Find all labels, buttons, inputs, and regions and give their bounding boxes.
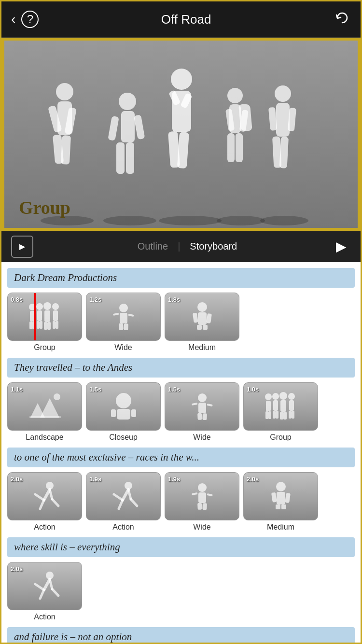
- svg-point-3: [217, 216, 265, 225]
- shot-item[interactable]: 1.0s Group: [243, 382, 318, 442]
- shot-row-0: 0.8s Group1.2s Wide1.8s: [7, 293, 355, 352]
- shot-item[interactable]: 1.9s Wide: [165, 472, 239, 532]
- svg-rect-110: [192, 492, 198, 495]
- svg-rect-76: [192, 403, 198, 406]
- svg-point-72: [198, 393, 207, 402]
- shot-icon-wide: [183, 391, 222, 422]
- svg-rect-87: [280, 400, 286, 412]
- svg-rect-116: [276, 504, 280, 509]
- svg-rect-117: [281, 504, 286, 509]
- tab-divider: |: [178, 241, 180, 252]
- shot-thumbnail[interactable]: 1.2s: [86, 293, 161, 341]
- svg-point-4: [260, 216, 308, 225]
- svg-line-105: [131, 499, 137, 506]
- svg-rect-51: [56, 321, 58, 329]
- shot-item[interactable]: 2.0s Medium: [243, 472, 318, 532]
- shot-item[interactable]: 1.2s Wide: [86, 293, 161, 352]
- svg-line-102: [114, 494, 123, 500]
- shot-time: 0.8s: [11, 296, 23, 303]
- svg-rect-50: [53, 321, 56, 329]
- svg-rect-66: [29, 416, 61, 418]
- shot-type-label: Action: [34, 613, 55, 621]
- svg-rect-113: [277, 492, 285, 504]
- playhead-indicator: [34, 293, 36, 340]
- svg-point-40: [36, 303, 43, 310]
- svg-rect-60: [193, 313, 198, 323]
- svg-rect-62: [197, 325, 202, 330]
- svg-rect-43: [40, 321, 42, 329]
- svg-line-122: [40, 590, 44, 599]
- svg-point-1: [103, 216, 156, 225]
- svg-marker-65: [40, 398, 59, 418]
- shot-thumbnail[interactable]: 1.8s: [165, 293, 239, 341]
- shot-thumbnail[interactable]: 1.9s: [86, 472, 161, 520]
- shot-item[interactable]: 2.0s Action: [7, 562, 82, 621]
- svg-rect-91: [289, 400, 294, 411]
- shot-item[interactable]: 2.0s Action: [7, 472, 82, 532]
- svg-rect-55: [124, 323, 128, 330]
- svg-point-44: [43, 302, 51, 310]
- svg-line-95: [44, 490, 50, 500]
- tab-outline[interactable]: Outline: [138, 241, 168, 252]
- shot-item[interactable]: 1.9s Action: [86, 472, 161, 532]
- svg-rect-14: [126, 142, 134, 174]
- svg-rect-31: [276, 103, 290, 137]
- shot-type-label: Closeup: [109, 433, 138, 442]
- help-button[interactable]: ?: [21, 11, 39, 28]
- svg-rect-38: [29, 322, 32, 329]
- svg-rect-107: [198, 492, 206, 503]
- shot-thumbnail[interactable]: 0.8s: [7, 293, 82, 341]
- svg-rect-45: [44, 310, 50, 322]
- svg-rect-54: [119, 323, 124, 330]
- svg-rect-42: [37, 321, 40, 329]
- shot-thumbnail[interactable]: 2.0s: [7, 472, 82, 520]
- svg-line-98: [40, 500, 44, 509]
- undo-button[interactable]: [334, 9, 351, 30]
- svg-rect-47: [47, 322, 51, 330]
- shot-item[interactable]: 1.5s Closeup: [86, 382, 161, 442]
- svg-rect-46: [44, 322, 47, 330]
- shot-thumbnail[interactable]: 1.1s: [7, 382, 82, 431]
- play-large-button[interactable]: [332, 237, 351, 256]
- shot-item[interactable]: 0.8s Group: [7, 293, 82, 352]
- shot-icon-group: [262, 391, 300, 422]
- svg-rect-81: [268, 411, 271, 419]
- toolbar-tabs: Outline | Storyboard: [43, 241, 332, 252]
- shot-item[interactable]: 1.1s Landscape: [7, 382, 82, 442]
- tab-storyboard[interactable]: Storyboard: [190, 241, 237, 252]
- svg-rect-84: [273, 411, 276, 419]
- svg-rect-63: [203, 325, 208, 330]
- shot-thumbnail[interactable]: 1.0s: [243, 382, 318, 431]
- shot-time: 1.5s: [168, 386, 180, 393]
- svg-line-103: [128, 490, 131, 499]
- svg-line-96: [35, 494, 44, 500]
- svg-rect-59: [198, 312, 207, 325]
- shot-thumbnail[interactable]: 2.0s: [7, 562, 82, 610]
- back-button[interactable]: ‹: [11, 12, 15, 27]
- svg-point-112: [276, 482, 286, 491]
- page-title: Off Road: [161, 12, 211, 27]
- storyboard-content: Dark Dream Productions0.8s Group1.2s W: [1, 262, 361, 644]
- section-label-0: Dark Dream Productions: [7, 268, 355, 288]
- svg-rect-28: [227, 133, 235, 162]
- shot-item[interactable]: 1.8s Medium: [165, 293, 239, 352]
- shot-thumbnail[interactable]: 1.5s: [165, 382, 239, 431]
- svg-point-82: [272, 393, 279, 400]
- shot-thumbnail[interactable]: 2.0s: [243, 472, 318, 520]
- shot-item[interactable]: 1.5s Wide: [165, 382, 239, 442]
- svg-rect-41: [37, 310, 42, 321]
- shot-time: 1.9s: [168, 476, 180, 483]
- svg-rect-79: [266, 401, 271, 411]
- preview-area: Group: [1, 38, 361, 231]
- svg-line-101: [123, 490, 128, 500]
- shot-thumbnail[interactable]: 1.5s: [86, 382, 161, 431]
- svg-rect-73: [198, 403, 206, 413]
- svg-point-17: [171, 69, 192, 90]
- shot-thumbnail[interactable]: 1.9s: [165, 472, 239, 520]
- shot-icon-medium: [183, 301, 222, 332]
- play-small-button[interactable]: [11, 236, 33, 258]
- svg-rect-49: [53, 310, 58, 321]
- shot-time: 1.2s: [89, 296, 101, 303]
- svg-line-97: [50, 490, 52, 499]
- svg-line-121: [50, 579, 52, 589]
